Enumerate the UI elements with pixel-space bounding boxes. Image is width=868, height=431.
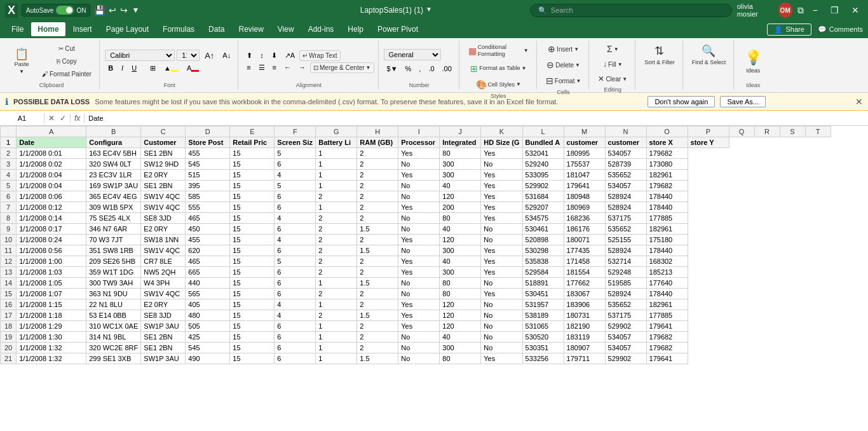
menu-data[interactable]: Data [202,22,231,36]
cell-r7-c6[interactable]: 6 [275,202,316,213]
cell-r4-c3[interactable]: E2 0RY [141,170,186,181]
cell-r9-c11[interactable]: No [481,224,522,235]
cell-r10-c1[interactable]: 1/1/2008 0:24 [17,235,86,245]
cell-r15-c5[interactable]: 15 [230,289,275,299]
cell-r18-c4[interactable]: 505 [186,321,230,332]
header-cell-15[interactable]: store Y [688,137,729,148]
cell-r8-c10[interactable]: 80 [440,213,481,224]
cell-r21-c8[interactable]: 1.5 [357,353,398,364]
cell-r16-c7[interactable]: 1 [316,299,357,310]
cell-r20-c3[interactable]: SE1 2BN [141,343,186,353]
sum-button[interactable]: Σ ▼ [601,42,624,56]
cell-r7-c14[interactable]: 528924 [605,202,646,213]
cell-r3-c12[interactable]: 529240 [522,159,564,170]
customize-icon[interactable]: ▼ [132,6,139,15]
cell-r9-c2[interactable]: 346 N7 6AR [86,224,141,235]
cell-r18-c14[interactable]: 529902 [605,321,646,332]
cell-r3-c8[interactable]: 2 [357,159,398,170]
cell-r10-c12[interactable]: 520898 [522,235,564,245]
cell-r10-c4[interactable]: 455 [186,235,230,245]
cell-r6-c15[interactable]: 178440 [646,191,688,202]
share-button[interactable]: 👤 Share [767,24,811,36]
cell-r2-c12[interactable]: 532041 [522,148,564,159]
cell-r17-c11[interactable]: No [481,310,522,321]
cell-r16-c14[interactable]: 535652 [605,299,646,310]
cell-r11-c13[interactable]: 177435 [564,245,605,256]
cell-r11-c2[interactable]: 351 SW8 1RB [86,245,141,256]
cell-r6-c2[interactable]: 365 EC4V 4EG [86,191,141,202]
align-top-button[interactable]: ⬆ [243,50,255,61]
cell-r14-c14[interactable]: 519585 [605,278,646,289]
cell-r17-c9[interactable]: Yes [398,310,440,321]
col-header-J[interactable]: J [440,127,481,137]
number-format-select[interactable]: General [384,49,441,60]
redo-icon[interactable]: ↪ [120,5,128,15]
cell-r6-c8[interactable]: 2 [357,191,398,202]
cell-r19-c5[interactable]: 15 [230,332,275,343]
font-name-select[interactable]: Calibri [105,50,175,61]
menu-page-layout[interactable]: Page Layout [100,22,155,36]
cell-r14-c9[interactable]: No [398,278,440,289]
merge-center-button[interactable]: ⊡ Merge & Center ▼ [310,62,374,73]
cell-r6-c12[interactable]: 531684 [522,191,564,202]
cell-r19-c14[interactable]: 534057 [605,332,646,343]
cell-r3-c2[interactable]: 320 SW4 0LT [86,159,141,170]
cell-r3-c11[interactable]: No [481,159,522,170]
cell-r18-c11[interactable]: No [481,321,522,332]
cell-r4-c1[interactable]: 1/1/2008 0:04 [17,170,86,181]
cell-r14-c3[interactable]: W4 3PH [141,278,186,289]
cell-r18-c7[interactable]: 1 [316,321,357,332]
cell-r17-c8[interactable]: 1.5 [357,310,398,321]
cell-r21-c6[interactable]: 6 [275,353,316,364]
cell-r16-c5[interactable]: 15 [230,299,275,310]
menu-file[interactable]: File [5,22,30,36]
paste-button[interactable]: 📋 Paste ▼ [8,46,36,76]
cell-r16-c9[interactable]: Yes [398,299,440,310]
menu-addins[interactable]: Add-ins [302,22,341,36]
cell-r9-c12[interactable]: 530461 [522,224,564,235]
cell-r5-c3[interactable]: SE1 2BN [141,181,186,191]
cell-r7-c5[interactable]: 15 [230,202,275,213]
cell-r17-c6[interactable]: 4 [275,310,316,321]
cell-r9-c6[interactable]: 6 [275,224,316,235]
share-window-icon[interactable]: ⧉ [797,5,804,16]
cell-r21-c7[interactable]: 1 [316,353,357,364]
cell-r5-c12[interactable]: 529902 [522,181,564,191]
cell-r10-c11[interactable]: No [481,235,522,245]
formula-cancel-button[interactable]: ✕ [47,114,56,123]
restore-button[interactable]: ❐ [827,5,843,15]
cell-r19-c4[interactable]: 425 [186,332,230,343]
col-header-R[interactable]: R [754,127,780,137]
cell-r13-c7[interactable]: 2 [316,267,357,278]
col-header-B[interactable]: B [86,127,141,137]
font-size-select[interactable]: 11 [177,50,200,61]
comma-button[interactable]: , [416,64,424,74]
cell-r3-c7[interactable]: 1 [316,159,357,170]
col-header-K[interactable]: K [481,127,522,137]
delete-button[interactable]: ⊖ Delete ▼ [543,58,584,72]
align-right-button[interactable]: ≡ [269,62,280,73]
cell-r21-c3[interactable]: SW1P 3AU [141,353,186,364]
cell-r15-c10[interactable]: 80 [440,289,481,299]
cell-r14-c13[interactable]: 177662 [564,278,605,289]
cell-r7-c2[interactable]: 309 W1B 5PX [86,202,141,213]
cell-r14-c1[interactable]: 1/1/2008 1:05 [17,278,86,289]
formula-confirm-button[interactable]: ✓ [58,114,67,123]
cell-r4-c12[interactable]: 533095 [522,170,564,181]
wrap-text-button[interactable]: ↵ Wrap Text [299,50,341,61]
col-header-T[interactable]: T [805,127,831,137]
cell-r21-c4[interactable]: 490 [186,353,230,364]
cell-r5-c9[interactable]: No [398,181,440,191]
cell-r19-c10[interactable]: 40 [440,332,481,343]
cell-r15-c8[interactable]: 2 [357,289,398,299]
cell-r11-c10[interactable]: 300 [440,245,481,256]
cell-r4-c6[interactable]: 4 [275,170,316,181]
cell-r15-c9[interactable]: No [398,289,440,299]
cell-r14-c7[interactable]: 1 [316,278,357,289]
indent-decrease-button[interactable]: ← [281,62,294,73]
header-cell-5[interactable]: Screen Siz [275,137,316,148]
cell-r11-c5[interactable]: 15 [230,245,275,256]
cell-r15-c4[interactable]: 565 [186,289,230,299]
cell-r10-c2[interactable]: 70 W3 7JT [86,235,141,245]
cell-r19-c13[interactable]: 183119 [564,332,605,343]
